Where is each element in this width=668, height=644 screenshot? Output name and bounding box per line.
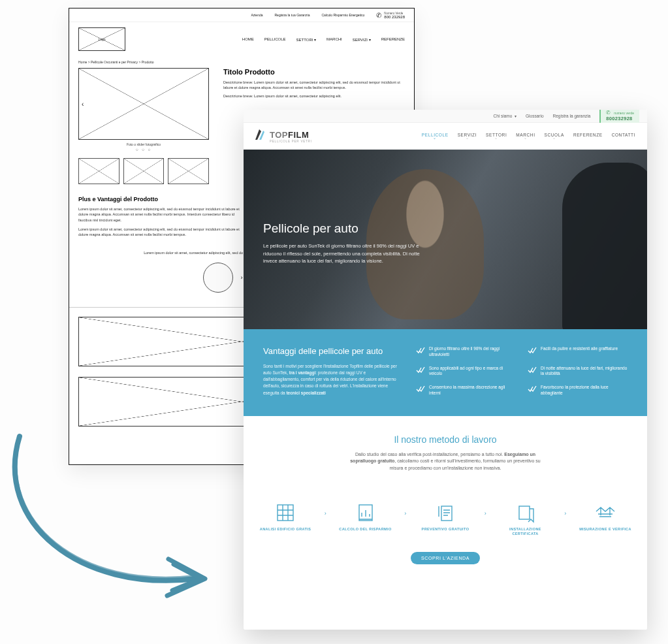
wireframe-nav: HOME PELLICOLE SETTORI ▾ MARCHI SERVIZI … <box>242 37 405 42</box>
wf-thumbnail[interactable] <box>123 158 165 184</box>
chevron-down-icon: ⌄ <box>458 137 477 140</box>
wf-top-link[interactable]: Azienda <box>251 13 262 17</box>
topbar-link-glossario[interactable]: Glossario <box>526 114 543 118</box>
nav-settori[interactable]: SETTORI⌄ <box>486 133 507 140</box>
wf-slider-dots[interactable]: ○ ○ ○ <box>78 148 209 152</box>
method-title: Il nostro metodo di lavoro <box>263 434 628 445</box>
wf-product-title: Titolo Prodotto <box>223 68 405 76</box>
step-installazione: INSTALLAZIONE CERTIFICATA <box>498 501 553 536</box>
step-analisi: ANALISI EDIFICIO GRATIS <box>258 501 313 532</box>
wf-nav-item[interactable]: SETTORI ▾ <box>296 37 317 42</box>
nav-referenze[interactable]: REFERENZE <box>573 133 603 140</box>
check-icon <box>416 366 425 374</box>
hero: Pellicole per auto Le pellicole per auto… <box>244 150 647 329</box>
nav-contatti[interactable]: CONTATTI <box>612 133 635 140</box>
wf-thumbnail[interactable] <box>168 158 209 184</box>
chevron-right-icon: › <box>404 510 406 517</box>
wf-nav-item[interactable]: REFERENZE <box>381 37 405 42</box>
mockup-topbar: Chi siamo ▾ Glossario Registra la garanz… <box>244 110 647 123</box>
wf-plus-text: Lorem ipsum dolor sit amet, consectetur … <box>78 206 242 223</box>
main-nav: PELLICOLE⌄ SERVIZI⌄ SETTORI⌄ MARCHI⌄ SCU… <box>422 133 635 140</box>
scopri-azienda-button[interactable]: SCOPRI L'AZIENDA <box>411 552 480 564</box>
chevron-right-icon: › <box>485 510 486 517</box>
wf-product-desc: Descrizione breve: Lorem ipsum dolor sit… <box>223 80 405 91</box>
numero-verde-label: numero verde <box>614 111 634 115</box>
numero-verde-number: 800232928 <box>606 116 632 121</box>
topbar-link-garanzia[interactable]: Registra la garanzia <box>553 114 591 118</box>
check-icon <box>528 366 537 374</box>
logo[interactable]: TOPFILM PELLICOLE PER VETRI <box>255 129 312 143</box>
wf-nav-item[interactable]: SERVIZI ▾ <box>353 37 371 42</box>
phone-icon: ✆ <box>606 110 611 116</box>
mockup-page: Chi siamo ▾ Glossario Registra la garanz… <box>244 110 647 630</box>
svg-rect-3 <box>519 506 530 519</box>
svg-rect-2 <box>441 506 452 521</box>
wf-nav-item[interactable]: MARCHI <box>326 37 342 42</box>
chevron-down-icon: ⌄ <box>516 137 535 140</box>
certificate-icon <box>515 502 536 523</box>
chevron-down-icon: ▾ <box>513 114 517 118</box>
topbar-link-chi-siamo[interactable]: Chi siamo ▾ <box>493 114 517 118</box>
chevron-right-icon: › <box>564 510 566 517</box>
chart-icon <box>355 502 376 523</box>
chevron-down-icon: ⌄ <box>545 137 564 140</box>
logo-icon <box>255 129 267 140</box>
building-icon <box>275 502 296 523</box>
wireframe-topbar: Azienda Registra la tua Garanzia Calcolo… <box>69 8 414 22</box>
breadcrumb[interactable]: Home > Pellicole Oscuranti e per Privacy… <box>69 56 414 65</box>
check-icon <box>528 347 537 355</box>
chevron-left-icon[interactable]: ‹ <box>82 101 84 108</box>
wf-product-desc: Descrizione breve: Lorem ipsum dolor sit… <box>223 93 405 99</box>
nav-servizi[interactable]: SERVIZI⌄ <box>458 133 477 140</box>
advantage-item: Sono applicabili ad ogni tipo e marca di… <box>416 366 516 378</box>
chevron-down-icon: ⌄ <box>422 137 449 140</box>
method-steps: ANALISI EDIFICIO GRATIS › CALCOLO DEL RI… <box>244 485 647 540</box>
advantages-grid: Di giorno filtrano oltre il 98% dei ragg… <box>416 346 628 396</box>
step-calcolo: CALCOLO DEL RISPARMIO <box>338 501 393 532</box>
chevron-right-icon[interactable]: › <box>241 274 243 281</box>
nav-scuola[interactable]: SCUOLA⌄ <box>545 133 564 140</box>
advantage-item: Consentono la massima discrezione agli i… <box>416 385 516 396</box>
method-text: Dallo studio del caso alla verifica post… <box>347 451 543 473</box>
wf-phone-number: 800 232928 <box>384 15 405 19</box>
advantage-item: Favoriscono la protezione dalla luce abb… <box>528 385 628 396</box>
advantage-item: Di notte attenuano la luce dei fari, mig… <box>528 366 628 378</box>
advantages-title: Vantaggi delle pellicole per auto <box>263 346 400 357</box>
wf-logo[interactable]: Logo <box>78 27 125 51</box>
logo-tagline: PELLICOLE PER VETRI <box>270 140 312 143</box>
wf-thumbnail[interactable] <box>78 158 119 184</box>
hero-title: Pellicole per auto <box>263 221 628 236</box>
check-icon <box>416 385 425 393</box>
advantages-text: Sono tanti i motivi per scegliere l'inst… <box>263 363 400 396</box>
method-section: Il nostro metodo di lavoro Dallo studio … <box>244 416 647 486</box>
phone-icon: ✆ <box>376 12 381 19</box>
check-icon <box>416 347 425 355</box>
check-icon <box>528 385 537 393</box>
advantage-item: Di giorno filtrano oltre il 98% dei ragg… <box>416 346 516 358</box>
advantage-item: Facili da pulire e resistenti alle graff… <box>528 346 628 358</box>
document-icon <box>435 502 456 523</box>
wireframe-header: Logo HOME PELLICOLE SETTORI ▾ MARCHI SER… <box>69 22 414 56</box>
step-preventivo: PREVENTIVO GRATUITO <box>418 501 473 532</box>
svg-rect-0 <box>278 505 293 521</box>
wf-plus-text: Lorem ipsum dolor sit amet, consectetur … <box>78 227 242 238</box>
wf-nav-item[interactable]: HOME <box>242 37 254 42</box>
hero-text: Le pellicole per auto SunTek di giorno f… <box>263 242 433 265</box>
nav-pellicole[interactable]: PELLICOLE⌄ <box>422 133 449 140</box>
wf-phone: ✆ Numero Verde 800 232928 <box>376 11 405 19</box>
wf-nav-item[interactable]: PELLICOLE <box>264 37 286 42</box>
advantages-band: Vantaggi delle pellicole per auto Sono t… <box>244 329 647 416</box>
wf-top-link[interactable]: Registra la tua Garanzia <box>275 13 310 17</box>
numero-verde[interactable]: ✆ numero verde 800232928 <box>599 110 639 123</box>
nav-marchi[interactable]: MARCHI⌄ <box>516 133 535 140</box>
handshake-icon <box>594 502 616 523</box>
mockup-header: TOPFILM PELLICOLE PER VETRI PELLICOLE⌄ S… <box>244 123 647 150</box>
wf-slider-caption: Foto o slider fotografico <box>78 142 209 146</box>
wf-top-link[interactable]: Calcolo Risparmio Energetico <box>321 13 364 17</box>
chevron-down-icon: ⌄ <box>486 137 507 140</box>
chevron-right-icon: › <box>325 510 326 517</box>
wf-circle-placeholder[interactable] <box>203 263 233 293</box>
step-misurazione: MISURAZIONE E VERIFICA <box>578 501 633 532</box>
wf-product-slider[interactable]: ‹ <box>78 68 209 140</box>
